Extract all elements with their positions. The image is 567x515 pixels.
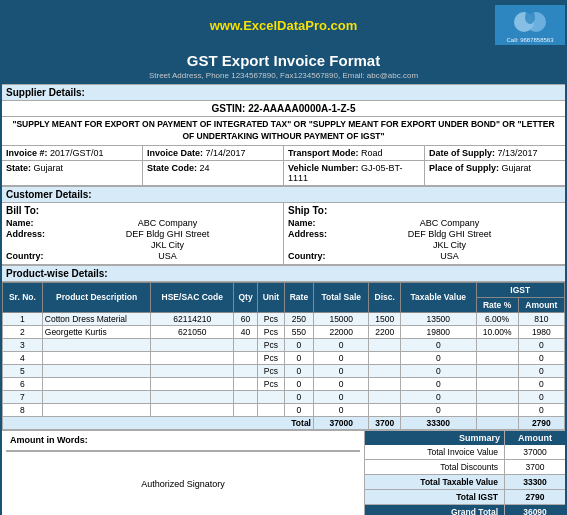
cell-qty: 40 <box>234 325 258 338</box>
cell-unit <box>258 403 285 416</box>
cell-rate-pct <box>476 364 518 377</box>
left-bottom: Amount in Words: Authorized Signatory <box>2 431 365 515</box>
ship-to-header: Ship To: <box>288 205 561 216</box>
cell-hse: 621050 <box>151 325 234 338</box>
cell-rate: 0 <box>284 377 313 390</box>
sum-label: Total IGST <box>365 490 505 504</box>
cell-disc: 1500 <box>369 312 401 325</box>
col-total-sale: Total Sale <box>314 282 369 312</box>
table-row: 6 Pcs 0 0 0 0 <box>3 377 565 390</box>
cell-unit: Pcs <box>258 364 285 377</box>
cell-unit <box>258 390 285 403</box>
cell-desc <box>42 377 151 390</box>
ship-city-spacer <box>288 240 338 250</box>
cell-hse <box>151 377 234 390</box>
summary-data-row: Total IGST 2790 <box>365 490 565 505</box>
invoice-subtitle: Street Address, Phone 1234567890, Fax123… <box>2 71 565 84</box>
bill-name-label: Name: <box>6 218 56 228</box>
cell-desc: Cotton Dress Material <box>42 312 151 325</box>
cell-rate-pct: 10.00% <box>476 325 518 338</box>
sum-val: 33300 <box>505 475 565 489</box>
cell-taxable: 19800 <box>401 325 477 338</box>
sig-area: Authorized Signatory <box>6 451 360 491</box>
col-igst-rate: Rate % <box>476 297 518 312</box>
sum-val: 37000 <box>505 445 565 459</box>
col-qty: Qty <box>234 282 258 312</box>
sum-val: 2790 <box>505 490 565 504</box>
cell-total-sale: 0 <box>314 390 369 403</box>
bill-name-value: ABC Company <box>56 218 279 228</box>
cell-total-sale: 0 <box>314 403 369 416</box>
col-igst-amount: Amount <box>518 297 564 312</box>
customer-section: Bill To: Name: ABC Company Address: DEF … <box>2 203 565 265</box>
state-label: State: <box>6 163 31 173</box>
cell-sr: 4 <box>3 351 43 364</box>
authorized-signatory-label: Authorized Signatory <box>141 479 225 489</box>
ship-country-label: Country: <box>288 251 338 261</box>
col-sr: Sr. No. <box>3 282 43 312</box>
cell-amount: 0 <box>518 351 564 364</box>
invoice-info-row2: State: Gujarat State Code: 24 Vehicle Nu… <box>2 161 565 186</box>
bill-to-header: Bill To: <box>6 205 279 216</box>
col-unit: Unit <box>258 282 285 312</box>
sum-label: Grand Total <box>365 505 505 515</box>
cell-desc <box>42 338 151 351</box>
customer-section-header: Customer Details: <box>2 186 565 203</box>
cell-amount: 0 <box>518 364 564 377</box>
cell-qty: 60 <box>234 312 258 325</box>
ship-country-value: USA <box>338 251 561 261</box>
cell-taxable: 0 <box>401 351 477 364</box>
cell-hse <box>151 403 234 416</box>
total-igst-value: 2790 <box>518 416 564 429</box>
total-sale-value: 37000 <box>314 416 369 429</box>
invoice-date-label: Invoice Date: <box>147 148 203 158</box>
invoice-info-row: Invoice #: 2017/GST/01 Invoice Date: 7/1… <box>2 146 565 161</box>
cell-total-sale: 0 <box>314 338 369 351</box>
cell-amount: 810 <box>518 312 564 325</box>
bill-city-spacer <box>6 240 56 250</box>
cell-rate-pct <box>476 390 518 403</box>
summary-data-row: Total Discounts 3700 <box>365 460 565 475</box>
cell-total-sale: 22000 <box>314 325 369 338</box>
bill-address-label: Address: <box>6 229 56 239</box>
cell-rate: 0 <box>284 390 313 403</box>
cell-rate: 0 <box>284 338 313 351</box>
invoice-no-label: Invoice #: <box>6 148 48 158</box>
state-code-label: State Code: <box>147 163 197 173</box>
product-table: Sr. No. Product Description HSE/SAC Code… <box>2 282 565 430</box>
supply-note: "SUPPLY MEANT FOR EXPORT ON PAYMENT OF I… <box>2 117 565 146</box>
cell-sr: 2 <box>3 325 43 338</box>
state-cell: State: Gujarat <box>2 161 143 185</box>
cell-unit: Pcs <box>258 312 285 325</box>
cell-sr: 6 <box>3 377 43 390</box>
summary-data-row: Grand Total 36090 <box>365 505 565 515</box>
header-top: www.ExcelDataPro.com Call: 9687858563 <box>2 2 565 48</box>
table-row: 8 0 0 0 0 <box>3 403 565 416</box>
cell-qty <box>234 390 258 403</box>
cell-rate-pct <box>476 377 518 390</box>
cell-disc <box>369 390 401 403</box>
cell-desc: Georgette Kurtis <box>42 325 151 338</box>
cell-hse <box>151 351 234 364</box>
cell-rate: 0 <box>284 351 313 364</box>
state-code-cell: State Code: 24 <box>143 161 284 185</box>
total-taxable-value: 33300 <box>401 416 477 429</box>
cell-taxable: 0 <box>401 390 477 403</box>
table-row: 7 0 0 0 0 <box>3 390 565 403</box>
sum-label: Total Taxable Value <box>365 475 505 489</box>
ship-name-label: Name: <box>288 218 338 228</box>
bill-city-value: JKL City <box>56 240 279 250</box>
ship-name-value: ABC Company <box>338 218 561 228</box>
cell-taxable: 0 <box>401 377 477 390</box>
ship-country-row: Country: USA <box>288 251 561 261</box>
cell-amount: 1980 <box>518 325 564 338</box>
ship-address-label: Address: <box>288 229 338 239</box>
ship-city-row: JKL City <box>288 240 561 250</box>
cell-rate: 0 <box>284 403 313 416</box>
date-of-supply-value: 7/13/2017 <box>498 148 538 158</box>
table-row: 4 Pcs 0 0 0 0 <box>3 351 565 364</box>
transport-mode-value: Road <box>361 148 383 158</box>
cell-unit: Pcs <box>258 351 285 364</box>
transport-mode-cell: Transport Mode: Road <box>284 146 425 160</box>
right-summary: Summary Amount Total Invoice Value 37000… <box>365 431 565 515</box>
